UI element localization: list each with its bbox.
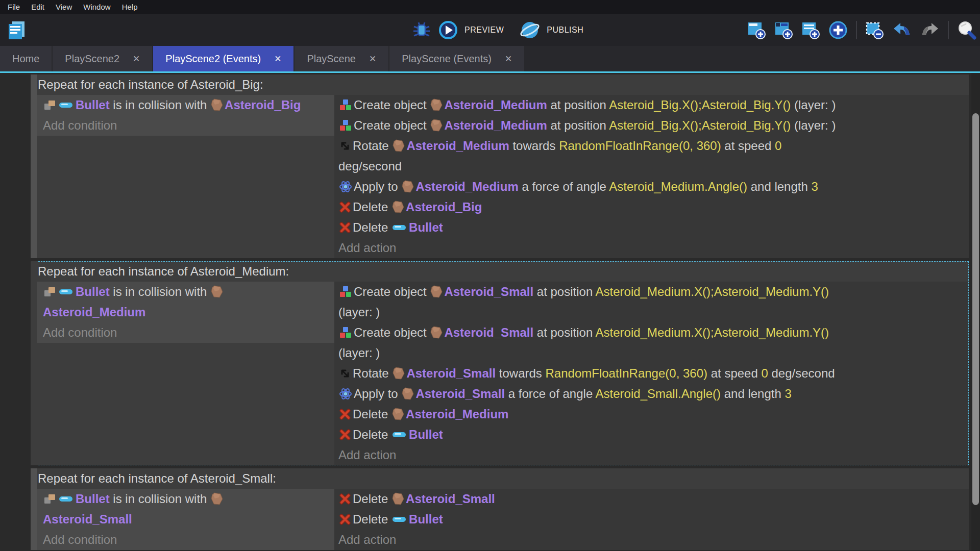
action-line: Create object Asteroid_Small at position… <box>338 282 969 302</box>
action-line: (layer: ) <box>338 343 969 363</box>
text-segment: Rotate <box>353 139 392 153</box>
condition-line: Bullet is in collision with <box>43 489 334 509</box>
tab-playscene-events-[interactable]: PlayScene (Events)✕ <box>389 46 524 71</box>
action-line: Delete Asteroid_Medium <box>338 404 969 424</box>
preview-label[interactable]: PREVIEW <box>464 26 504 35</box>
event-drag-handle[interactable] <box>31 74 37 258</box>
action-row[interactable]: Delete Bullet <box>338 424 969 445</box>
tab-close-icon[interactable]: ✕ <box>505 54 512 64</box>
action-line: Delete Bullet <box>338 217 969 238</box>
action-row[interactable]: Delete Bullet <box>338 509 969 530</box>
text-segment: deg/second <box>338 159 402 173</box>
asteroid-icon <box>402 180 414 193</box>
publish-planet-icon[interactable] <box>519 19 541 41</box>
event-drag-handle[interactable] <box>31 261 37 465</box>
event-repeat-header[interactable]: Repeat for each instance of Asteroid_Med… <box>37 261 969 282</box>
add-circle-icon[interactable] <box>828 20 848 40</box>
bullet-icon <box>392 515 407 523</box>
search-icon[interactable] <box>957 20 977 40</box>
add-action-button[interactable]: Add action <box>338 238 969 258</box>
action-row[interactable]: Create object Asteroid_Small at position… <box>338 282 969 322</box>
debug-icon[interactable] <box>411 20 432 40</box>
delete-icon <box>339 221 351 234</box>
add-condition-button[interactable]: Add condition <box>43 115 334 136</box>
preview-play-icon[interactable] <box>438 20 458 40</box>
action-line: deg/second <box>338 156 969 177</box>
menu-item-window[interactable]: Window <box>78 0 116 14</box>
text-segment: 3 <box>785 387 791 400</box>
force-icon <box>339 180 352 193</box>
redo-icon[interactable] <box>920 21 940 39</box>
delete-icon <box>339 513 351 525</box>
text-segment: 3 <box>811 180 818 193</box>
menu-item-help[interactable]: Help <box>116 0 143 14</box>
event-body: Bullet is in collision with Asteroid_Sma… <box>37 489 969 550</box>
text-segment: Asteroid_Big.X();Asteroid_Big.Y() <box>609 98 791 112</box>
action-line: Apply to Asteroid_Small a force of angle… <box>338 384 969 404</box>
add-action-button[interactable]: Add action <box>338 530 969 550</box>
text-segment: RandomFloatInRange(0, 360) <box>546 366 708 380</box>
text-segment: Asteroid_Medium <box>444 98 547 112</box>
text-segment: Asteroid_Medium <box>406 139 509 153</box>
tab-playscene2[interactable]: PlayScene2✕ <box>53 46 152 71</box>
bullet-icon <box>392 431 407 439</box>
menu-item-edit[interactable]: Edit <box>26 0 50 14</box>
create-icon <box>339 326 352 339</box>
text-segment: Delete <box>353 407 391 421</box>
asteroid-icon <box>393 367 405 380</box>
condition-row[interactable]: Bullet is in collision with Asteroid_Med… <box>43 282 334 322</box>
event-body: Bullet is in collision with Asteroid_Big… <box>37 95 969 258</box>
text-segment: (layer: ) <box>338 346 380 360</box>
text-segment: Asteroid_Medium.X();Asteroid_Medium.Y() <box>596 285 829 298</box>
add-subevent-icon[interactable] <box>774 20 793 40</box>
action-row[interactable]: Delete Asteroid_Big <box>338 197 969 217</box>
asteroid-icon <box>392 492 404 506</box>
actions-column: Create object Asteroid_Small at position… <box>334 282 969 465</box>
action-line: Rotate Asteroid_Medium towards RandomFlo… <box>338 136 969 156</box>
undo-icon[interactable] <box>892 21 912 39</box>
add-action-button[interactable]: Add action <box>338 445 969 465</box>
text-segment: Bullet <box>409 220 443 234</box>
action-row[interactable]: Apply to Asteroid_Small a force of angle… <box>338 384 969 404</box>
event-block[interactable]: Repeat for each instance of Asteroid_Med… <box>31 261 969 465</box>
add-event-icon[interactable] <box>747 20 766 40</box>
action-row[interactable]: Rotate Asteroid_Small towards RandomFloa… <box>338 363 969 384</box>
project-manager-icon[interactable] <box>5 18 29 42</box>
text-segment: Apply to <box>354 180 401 193</box>
tab-close-icon[interactable]: ✕ <box>274 54 281 64</box>
text-segment: Delete <box>353 428 391 441</box>
tab-close-icon[interactable]: ✕ <box>133 54 140 64</box>
action-row[interactable]: Delete Asteroid_Small <box>338 489 969 509</box>
event-repeat-header[interactable]: Repeat for each instance of Asteroid_Big… <box>37 74 969 95</box>
add-condition-button[interactable]: Add condition <box>43 530 334 550</box>
action-row[interactable]: Create object Asteroid_Medium at positio… <box>338 115 969 136</box>
action-row[interactable]: Rotate Asteroid_Medium towards RandomFlo… <box>338 136 969 177</box>
condition-row[interactable]: Bullet is in collision with Asteroid_Big <box>43 95 334 115</box>
text-segment: Delete <box>353 492 391 506</box>
add-condition-button[interactable]: Add condition <box>43 322 334 343</box>
add-comment-icon[interactable] <box>801 20 820 40</box>
text-segment: Bullet <box>409 428 443 441</box>
tab-playscene[interactable]: PlayScene✕ <box>295 46 388 71</box>
action-row[interactable]: Create object Asteroid_Small at position… <box>338 322 969 363</box>
menu-item-file[interactable]: File <box>2 0 26 14</box>
event-drag-handle[interactable] <box>31 468 37 550</box>
publish-label[interactable]: PUBLISH <box>547 26 583 35</box>
condition-row[interactable]: Bullet is in collision with Asteroid_Sma… <box>43 489 334 530</box>
tab-playscene2-events-[interactable]: PlayScene2 (Events)✕ <box>153 46 293 71</box>
tab-close-icon[interactable]: ✕ <box>369 54 376 64</box>
event-repeat-header[interactable]: Repeat for each instance of Asteroid_Sma… <box>37 468 969 489</box>
delete-icon <box>339 201 351 213</box>
action-row[interactable]: Delete Asteroid_Medium <box>338 404 969 424</box>
remove-event-icon[interactable] <box>865 20 884 40</box>
collision-icon <box>43 493 57 505</box>
event-block[interactable]: Repeat for each instance of Asteroid_Sma… <box>31 468 969 550</box>
action-row[interactable]: Apply to Asteroid_Medium a force of angl… <box>338 177 969 197</box>
text-segment: Asteroid_Medium <box>444 118 547 132</box>
action-row[interactable]: Delete Bullet <box>338 217 969 238</box>
scrollbar-thumb[interactable] <box>972 113 979 505</box>
event-block[interactable]: Repeat for each instance of Asteroid_Big… <box>31 74 969 258</box>
tab-home[interactable]: Home <box>0 46 52 71</box>
action-row[interactable]: Create object Asteroid_Medium at positio… <box>338 95 969 115</box>
menu-item-view[interactable]: View <box>50 0 78 14</box>
